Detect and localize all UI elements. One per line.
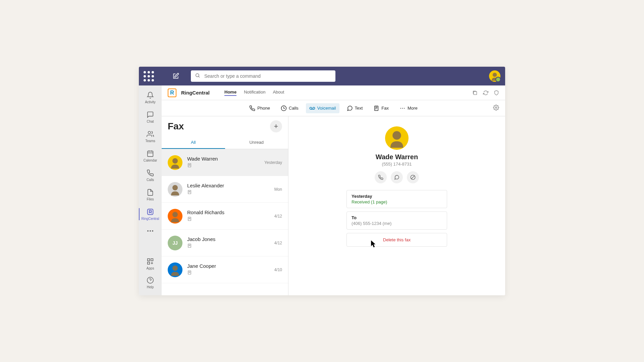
contact-avatar [168,262,182,277]
contact-avatar [385,126,409,150]
svg-rect-11 [148,262,150,264]
settings-icon[interactable] [493,105,499,112]
rail-apps[interactable]: Apps [139,254,162,273]
fax-info-card[interactable]: Yesterday Received (1 page) [346,190,447,208]
fax-list: Wade Warren Yesterday Leslie Alexander M… [162,149,288,295]
app-body: Activity Chat Teams Calendar Calls Files [139,85,505,295]
cursor-icon [371,240,377,248]
contact-name: Wade Warren [187,156,260,162]
svg-point-14 [147,277,153,283]
rail-label: Calendar [144,159,157,162]
svg-point-3 [148,131,151,133]
delete-fax-button[interactable]: Delete this fax [346,233,447,247]
search-icon [195,73,200,79]
rail-help[interactable]: Help [139,273,162,292]
contact-avatar [168,209,182,224]
contact-name: Leslie Alexander [187,183,270,188]
tool-label: Fax [381,106,389,111]
svg-rect-16 [474,92,477,95]
fax-recipient-card[interactable]: To (406) 555-1234 (me) [346,212,447,230]
fax-detail-pane: Wade Warren (555) 174-8731 [288,116,505,295]
rail-label: RingCentral [142,217,159,221]
refresh-icon[interactable] [483,90,488,96]
filter-unread[interactable]: Unread [225,136,288,149]
contact-name: Wade Warren [376,153,418,161]
shield-icon[interactable] [494,90,499,96]
contact-actions [375,171,419,183]
rail-label: Calls [147,178,154,182]
svg-point-18 [310,107,312,109]
fax-filter-tabs: All Unread [162,136,288,149]
fax-icon [187,217,270,223]
tool-phone[interactable]: Phone [246,103,273,113]
contact-avatar [168,155,182,170]
app-launcher[interactable] [144,71,154,81]
rail-teams[interactable]: Teams [139,127,162,146]
fax-list-pane: Fax + All Unread Wade Warren Yesterday L… [162,116,288,295]
tool-fax[interactable]: Fax [370,103,392,113]
add-fax-button[interactable]: + [270,120,282,132]
fax-status: Received (1 page) [352,199,442,204]
fax-row[interactable]: JJ Jacob Jones 4/12 [162,230,288,256]
nav-rail: Activity Chat Teams Calendar Calls Files [139,85,162,295]
search-box [191,70,335,82]
search-input[interactable] [191,70,335,82]
rail-files[interactable]: Files [139,185,162,204]
fax-row[interactable]: Wade Warren Yesterday [162,149,288,176]
tab-notification[interactable]: Notification [244,89,265,96]
fax-date: Yesterday [264,160,282,165]
message-button[interactable] [391,171,403,183]
svg-rect-10 [151,258,153,260]
rail-label: Help [147,285,154,289]
app-title: RingCentral [181,90,210,96]
tool-calls[interactable]: Calls [277,103,302,113]
fax-icon [187,163,260,169]
filter-all[interactable]: All [162,136,225,149]
user-avatar[interactable] [489,70,500,82]
rail-more[interactable] [139,224,162,238]
contact-avatar: JJ [168,236,182,250]
call-button[interactable] [375,171,387,183]
popout-icon[interactable] [472,90,478,96]
fax-row[interactable]: Ronald Richards 4/12 [162,203,288,230]
rail-label: Chat [147,120,154,123]
fax-date: Mon [274,187,282,192]
fax-row[interactable]: Jane Cooper 4/10 [162,256,288,283]
tool-label: Text [355,106,363,111]
fax-row[interactable]: Leslie Alexander Mon [162,176,288,203]
rail-label: Activity [145,100,156,104]
rail-ringcentral[interactable]: RingCentral [139,205,162,224]
svg-line-2 [199,76,200,77]
fax-icon [187,243,270,249]
recipient-number: (406) 555-1234 (me) [352,221,442,226]
fax-list-header: Fax + [162,116,288,136]
tool-more[interactable]: More [396,103,421,113]
tool-label: Voicemail [317,106,336,111]
tool-voicemail[interactable]: Voicemail [306,103,339,113]
fax-icon [187,190,270,196]
rail-activity[interactable]: Activity [139,88,162,107]
contact-name: Jacob Jones [187,236,270,242]
app-header: R RingCentral Home Notification About [162,85,505,100]
fax-date: Yesterday [352,194,442,199]
tab-about[interactable]: About [273,89,284,96]
main-area: R RingCentral Home Notification About [162,85,505,295]
svg-rect-4 [148,151,153,157]
tool-label: Phone [257,106,270,111]
svg-point-1 [196,74,199,77]
rail-chat[interactable]: Chat [139,108,162,126]
rail-calls[interactable]: Calls [139,166,162,185]
fax-icon [187,270,270,276]
rail-label: Files [147,197,154,201]
tool-label: More [408,106,418,111]
ringcentral-logo: R [168,88,176,97]
svg-point-28 [495,107,497,108]
rail-calendar[interactable]: Calendar [139,146,162,165]
tab-home[interactable]: Home [224,89,236,96]
header-actions [472,90,499,96]
block-button[interactable] [407,171,419,183]
rail-label: Teams [145,139,155,143]
tool-text[interactable]: Text [343,103,366,113]
compose-icon[interactable] [172,72,179,80]
topbar [139,67,505,85]
